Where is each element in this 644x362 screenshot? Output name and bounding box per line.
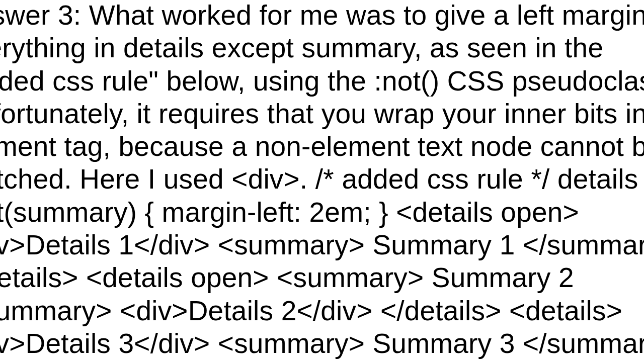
document-viewport: Answer 3: What worked for me was to give… [0, 0, 644, 362]
answer-text: Answer 3: What worked for me was to give… [0, 0, 644, 362]
